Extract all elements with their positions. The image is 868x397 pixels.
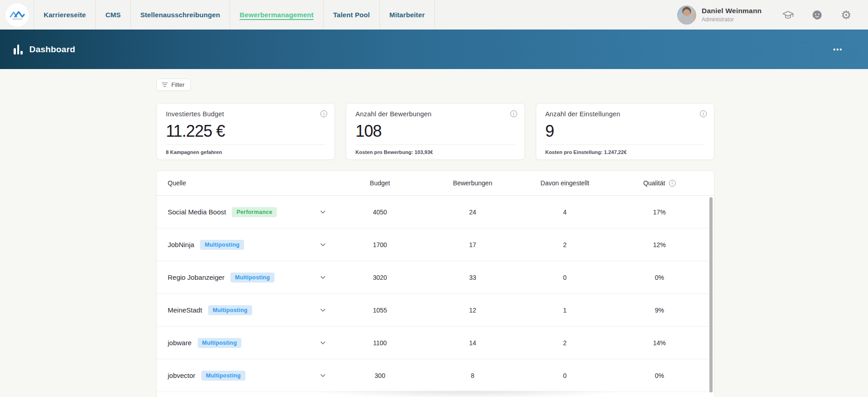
applications-value: 8 bbox=[441, 372, 504, 379]
avatar[interactable] bbox=[677, 5, 696, 25]
source-name: Regio Jobanzeiger bbox=[168, 273, 224, 281]
applications-value: 33 bbox=[441, 274, 504, 281]
chevron-down-icon[interactable] bbox=[320, 374, 329, 377]
logo-subtext bbox=[12, 19, 22, 20]
source-type-badge: Multiposting bbox=[200, 240, 244, 250]
hired-value: 2 bbox=[533, 241, 597, 248]
stat-value: 9 bbox=[545, 122, 705, 141]
info-icon[interactable] bbox=[320, 110, 327, 117]
stat-card-applications: Anzahl der Bewerbungen 108 Kosten pro Be… bbox=[346, 103, 524, 160]
hired-value: 1 bbox=[533, 307, 597, 314]
budget-value: 300 bbox=[348, 372, 412, 379]
nav-item-cms[interactable]: CMS bbox=[96, 0, 131, 30]
stat-title: Anzahl der Bewerbungen bbox=[355, 110, 515, 118]
stat-footer: Kosten pro Bewerbung: 103,93€ bbox=[355, 144, 515, 159]
table-row: jobware Multiposting 1100 14 2 14% bbox=[157, 327, 714, 359]
nav-item-stellenausschreibungen[interactable]: Stellenausschreibungen bbox=[131, 0, 230, 30]
applications-value: 24 bbox=[441, 208, 504, 216]
quality-value: 9% bbox=[628, 307, 691, 314]
support-icon[interactable] bbox=[803, 10, 832, 20]
settings-gear-icon[interactable] bbox=[832, 8, 861, 22]
source-name: Social Media Boost bbox=[168, 208, 226, 216]
source-name: jobware bbox=[168, 339, 192, 347]
filter-button[interactable]: Filter bbox=[156, 79, 191, 91]
source-name: MeineStadt bbox=[168, 306, 202, 314]
table-row: jobvector Multiposting 300 8 0 0% bbox=[157, 359, 714, 392]
page-header: Dashboard bbox=[0, 30, 868, 69]
table-row: Regio Jobanzeiger Multiposting 3020 33 0… bbox=[157, 261, 714, 294]
stat-value: 108 bbox=[355, 122, 515, 141]
stat-card-hires: Anzahl der Einstellungen 9 Kosten pro Ei… bbox=[536, 103, 714, 160]
table-row: JobNinja Multiposting 1700 17 2 12% bbox=[157, 228, 714, 261]
applications-value: 14 bbox=[441, 339, 504, 347]
stat-title: Investiertes Budget bbox=[166, 110, 325, 118]
source-name: JobNinja bbox=[168, 241, 194, 248]
filter-label: Filter bbox=[171, 81, 185, 88]
main-nav: Karriereseite CMS Stellenausschreibungen… bbox=[34, 0, 435, 30]
quality-value: 14% bbox=[628, 339, 691, 347]
chevron-down-icon[interactable] bbox=[320, 243, 329, 246]
quality-value: 17% bbox=[628, 208, 691, 216]
bar-chart-icon bbox=[14, 45, 23, 55]
nav-item-karriereseite[interactable]: Karriereseite bbox=[34, 0, 96, 30]
budget-value: 1100 bbox=[348, 339, 412, 347]
info-icon[interactable] bbox=[700, 110, 707, 117]
logo-mark-icon bbox=[10, 10, 25, 18]
source-type-badge: Multiposting bbox=[198, 338, 242, 348]
budget-value: 1055 bbox=[348, 307, 412, 314]
quality-value: 0% bbox=[628, 372, 691, 379]
hired-value: 4 bbox=[533, 208, 597, 216]
source-type-badge: Multiposting bbox=[230, 273, 274, 283]
sources-table: Quelle Budget Bewerbungen Davon eingeste… bbox=[156, 170, 714, 397]
stat-title: Anzahl der Einstellungen bbox=[545, 110, 705, 118]
chevron-down-icon[interactable] bbox=[320, 341, 329, 344]
nav-item-talent-pool[interactable]: Talent Pool bbox=[324, 0, 380, 30]
app-logo[interactable] bbox=[0, 0, 34, 30]
nav-item-mitarbeiter[interactable]: Mitarbeiter bbox=[380, 0, 435, 30]
table-scrollbar[interactable] bbox=[709, 197, 713, 392]
quality-value: 12% bbox=[628, 241, 691, 248]
user-area: Daniel Weinmann Administrator bbox=[677, 0, 868, 30]
applications-value: 12 bbox=[441, 307, 504, 314]
stat-footer: 8 Kampagnen gefahren bbox=[166, 144, 325, 159]
col-bewerbungen: Bewerbungen bbox=[441, 179, 504, 187]
budget-value: 3020 bbox=[348, 274, 412, 281]
logo-circle bbox=[5, 3, 29, 27]
source-type-badge: Multiposting bbox=[201, 371, 245, 381]
source-type-badge: Performance bbox=[232, 207, 277, 217]
col-qualitaet-label: Qualität bbox=[643, 179, 665, 187]
more-menu-icon[interactable] bbox=[831, 46, 844, 53]
graduation-cap-icon[interactable] bbox=[773, 10, 803, 20]
col-davon-eingestellt: Davon eingestellt bbox=[533, 179, 597, 187]
chevron-down-icon[interactable] bbox=[320, 308, 329, 312]
quality-value: 0% bbox=[628, 274, 691, 281]
nav-item-bewerbermanagement[interactable]: Bewerbermanagement bbox=[230, 0, 324, 30]
hired-value: 0 bbox=[533, 274, 597, 281]
stat-footer: Kosten pro Einstellung: 1.247,22€ bbox=[545, 144, 705, 159]
user-role: Administrator bbox=[702, 16, 762, 23]
col-budget: Budget bbox=[348, 179, 412, 187]
chevron-down-icon[interactable] bbox=[320, 210, 329, 213]
info-icon[interactable] bbox=[669, 180, 676, 187]
applications-value: 17 bbox=[441, 241, 504, 248]
col-qualitaet: Qualität bbox=[628, 179, 691, 187]
top-navigation: Karriereseite CMS Stellenausschreibungen… bbox=[0, 0, 868, 30]
source-name: jobvector bbox=[168, 372, 195, 379]
stat-value: 11.225 € bbox=[166, 122, 325, 141]
table-row: Social Media Boost Performance 4050 24 4… bbox=[157, 196, 714, 228]
hired-value: 0 bbox=[533, 372, 597, 379]
filter-icon bbox=[162, 83, 168, 87]
col-quelle: Quelle bbox=[168, 179, 186, 187]
hired-value: 2 bbox=[533, 339, 597, 347]
source-type-badge: Multiposting bbox=[208, 305, 252, 315]
info-icon[interactable] bbox=[510, 110, 517, 117]
stat-card-budget: Investiertes Budget 11.225 € 8 Kampagnen… bbox=[156, 103, 335, 160]
dashboard-content: Filter Investiertes Budget 11.225 € 8 Ka… bbox=[156, 69, 714, 397]
page-title: Dashboard bbox=[30, 45, 75, 55]
chevron-down-icon[interactable] bbox=[320, 276, 329, 279]
stat-cards: Investiertes Budget 11.225 € 8 Kampagnen… bbox=[156, 103, 714, 160]
table-row: MeineStadt Multiposting 1055 12 1 9% bbox=[157, 294, 714, 327]
budget-value: 1700 bbox=[348, 241, 412, 248]
user-name: Daniel Weinmann bbox=[702, 7, 762, 15]
user-info[interactable]: Daniel Weinmann Administrator bbox=[702, 7, 762, 23]
